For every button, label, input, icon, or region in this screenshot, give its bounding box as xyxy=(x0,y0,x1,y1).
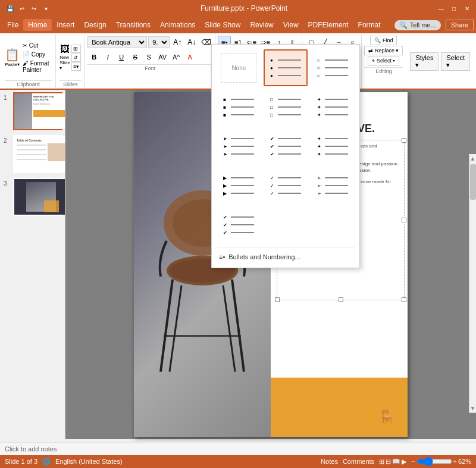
bullet-star-option[interactable]: ✦ ✦ ✦ xyxy=(310,89,355,125)
slide-section-button[interactable]: ≡▾ xyxy=(71,62,81,71)
bullet-chk3-sym-1: ✔ xyxy=(223,215,229,220)
slide-sorter-button[interactable]: ⊟ xyxy=(386,458,391,466)
redo-icon[interactable]: ↪ xyxy=(29,3,39,14)
new-slide-button[interactable]: 🖼 NewSlide ▾ xyxy=(60,44,70,71)
zoom-in-button[interactable]: + xyxy=(453,458,457,465)
bullet-filled-circle-option[interactable]: ● ● ● xyxy=(264,49,308,86)
clear-format-button[interactable]: ⌫ xyxy=(199,36,212,49)
bold-button[interactable]: B xyxy=(87,51,101,64)
bullet-arrow1-option[interactable]: ➤ ➤ ➤ xyxy=(217,128,261,165)
font-name-select[interactable]: Book Antiqua xyxy=(87,36,147,48)
slide-thumb-frame-1[interactable]: INSPIRED BY THE COLLECTIVE. Explore Scan… xyxy=(13,92,62,130)
notes-button[interactable]: Notes xyxy=(321,458,338,465)
bullet-hollow-circle-option[interactable]: ○ ○ ○ xyxy=(310,49,355,86)
slide-reset-button[interactable]: ↺ xyxy=(71,54,81,62)
bullet-arrow3-option[interactable]: ➢ ➢ ➢ xyxy=(310,167,355,204)
find-button[interactable]: 🔍 Find xyxy=(370,36,397,45)
select-dropdown[interactable]: Select ▾ xyxy=(441,52,470,71)
menu-slideshow[interactable]: Slide Show xyxy=(200,19,245,31)
bullet-arr3-line-1: ➢ xyxy=(317,175,348,181)
clipboard-label: Clipboard xyxy=(5,80,52,88)
bullet-star2-option[interactable]: ✦ ✦ ✦ xyxy=(310,128,355,165)
bullet-star-sym-2: ✦ xyxy=(317,105,323,110)
scroll-up-button[interactable]: ▲ xyxy=(469,154,476,163)
menu-review[interactable]: Review xyxy=(245,19,278,31)
undo-icon[interactable]: ↩ xyxy=(17,3,27,14)
bullets-numbering-link[interactable]: ≡• Bullets and Numbering... xyxy=(217,251,355,263)
share-button[interactable]: Share xyxy=(446,20,474,30)
format-painter-button[interactable]: 🖌 Format Painter xyxy=(21,59,52,74)
menu-transitions[interactable]: Transitions xyxy=(111,19,155,31)
handle-bm[interactable] xyxy=(339,297,343,302)
customize-icon[interactable]: ▾ xyxy=(40,3,51,14)
select-button[interactable]: ⌖ Select ▾ xyxy=(368,56,399,66)
font-size-select[interactable]: 9.5 xyxy=(148,36,170,48)
search-box[interactable]: 🔍 Tell me... xyxy=(394,20,441,30)
decrease-font-button[interactable]: A↓ xyxy=(185,36,198,49)
bullet-check2-option[interactable]: ✓ ✓ ✓ xyxy=(264,167,308,204)
bullet-chk1-sym-1: ✔ xyxy=(270,136,276,142)
slide-thumb-2[interactable]: 2 Table of Contents xyxy=(13,135,62,173)
replace-button[interactable]: ⇄ Replace ▾ xyxy=(364,46,403,55)
char-spacing-button[interactable]: AV xyxy=(156,51,169,64)
cut-button[interactable]: ✂ Cut xyxy=(21,42,52,49)
bullet-arr2-line-3: ▶ xyxy=(223,191,254,196)
bullet-check1-option[interactable]: ✔ ✔ ✔ xyxy=(264,128,308,165)
svg-line-5 xyxy=(223,285,235,372)
maximize-button[interactable]: □ xyxy=(450,4,458,12)
underline-button[interactable]: U xyxy=(115,51,128,64)
font-size-inc2-button[interactable]: A^ xyxy=(170,51,183,64)
menu-file[interactable]: File xyxy=(2,19,23,31)
slide-layout-button[interactable]: ⊞ xyxy=(71,45,81,53)
menu-insert[interactable]: Insert xyxy=(52,19,79,31)
shadow-button[interactable]: S xyxy=(142,51,155,64)
copy-button[interactable]: 📄 Copy xyxy=(21,51,52,58)
bullet-star2-preview: ✦ ✦ ✦ xyxy=(315,131,350,161)
bullet-chk3-sym-2: ✔ xyxy=(223,222,229,228)
slide-thumb-3[interactable]: 3 xyxy=(13,178,62,216)
bullet-arr2-sym-2: ▶ xyxy=(223,183,229,189)
bullet-arrow2-option[interactable]: ▶ ▶ ▶ xyxy=(217,167,261,204)
styles-dropdown[interactable]: Styles ▾ xyxy=(410,52,439,71)
minimize-button[interactable]: — xyxy=(437,4,445,12)
status-right: Notes Comments ⊞ ⊟ 📖 ▶ − + 62% xyxy=(321,457,471,466)
close-button[interactable]: ✕ xyxy=(463,4,471,12)
handle-bl[interactable] xyxy=(275,297,280,302)
slide-thumb-1[interactable]: 1 INSPIRED BY THE COLLECTIVE. Explore Sc… xyxy=(13,92,62,130)
strikethrough-button[interactable]: S xyxy=(129,51,142,64)
zoom-slider[interactable] xyxy=(416,457,452,466)
handle-tr[interactable] xyxy=(402,138,406,143)
scroll-thumb[interactable] xyxy=(470,164,476,200)
zoom-level: 62% xyxy=(458,458,471,465)
menu-animations[interactable]: Animations xyxy=(155,19,200,31)
menu-format[interactable]: Format xyxy=(353,19,386,31)
menu-pdfelement[interactable]: PDFElement xyxy=(303,19,353,31)
font-label: Font xyxy=(87,64,212,72)
menu-home[interactable]: Home xyxy=(23,19,52,31)
bullet-sq-sym-2: ■ xyxy=(223,105,229,110)
menu-design[interactable]: Design xyxy=(79,19,111,31)
slide-thumb-frame-2[interactable]: Table of Contents xyxy=(13,135,62,173)
vertical-scrollbar[interactable]: ▲ ▼ xyxy=(469,154,476,413)
bullet-check3-option[interactable]: ✔ ✔ ✔ xyxy=(217,206,261,243)
presenter-view-button[interactable]: ▶ xyxy=(402,458,406,466)
scroll-down-button[interactable]: ▼ xyxy=(469,404,476,413)
increase-font-button[interactable]: A↑ xyxy=(171,36,184,49)
comments-button[interactable]: Comments xyxy=(343,458,374,465)
normal-view-button[interactable]: ⊞ xyxy=(379,458,384,466)
italic-button[interactable]: I xyxy=(101,51,114,64)
zoom-out-button[interactable]: − xyxy=(411,458,415,465)
reading-view-button[interactable]: 📖 xyxy=(392,458,400,466)
notes-placeholder[interactable]: Click to add notes xyxy=(5,445,57,453)
handle-mr[interactable] xyxy=(402,218,406,222)
handle-br[interactable] xyxy=(402,297,406,302)
bullet-none-option[interactable]: None xyxy=(217,49,261,86)
bullet-hollow-square-option[interactable]: □ □ □ xyxy=(264,89,308,125)
slide-num-2: 2 xyxy=(4,137,7,144)
bullet-filled-square-option[interactable]: ■ ■ ■ xyxy=(217,89,261,125)
paste-button[interactable]: 📋 Paste ▾ xyxy=(5,48,20,67)
save-icon[interactable]: 💾 xyxy=(5,3,15,14)
font-color-button[interactable]: A xyxy=(183,51,196,64)
slide-thumb-frame-3[interactable] xyxy=(13,178,62,216)
menu-view[interactable]: View xyxy=(278,19,303,31)
